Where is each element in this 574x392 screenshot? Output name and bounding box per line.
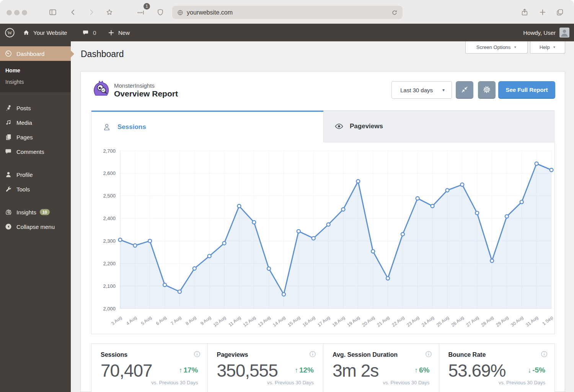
sidebar-item-pages[interactable]: Pages <box>0 130 71 144</box>
svg-text:9 Aug: 9 Aug <box>199 315 212 326</box>
stat-value: 3m 2s <box>333 361 378 381</box>
svg-text:2,700: 2,700 <box>103 148 116 154</box>
stat-title: Pageviews <box>217 351 248 358</box>
admin-bar-site[interactable]: Your Website <box>22 24 67 41</box>
address-bar[interactable]: yourwebsite.com <box>172 6 403 19</box>
date-range-select[interactable]: Last 30 days ▼ <box>391 81 452 99</box>
up-arrow-icon: ↑ <box>414 366 418 374</box>
svg-text:W: W <box>7 30 12 36</box>
svg-text:21 Aug: 21 Aug <box>376 315 390 328</box>
tab-sessions[interactable]: Sessions <box>91 111 323 142</box>
back-icon[interactable] <box>69 8 77 16</box>
sidebar-item-comments[interactable]: Comments <box>0 144 71 159</box>
extensions-icon[interactable] <box>136 8 145 16</box>
sidebar-item-label: Dashboard <box>16 51 44 57</box>
info-icon[interactable] <box>309 351 316 358</box>
admin-bar-new[interactable]: New <box>107 24 130 41</box>
monsterinsights-mascot-icon <box>5 208 12 216</box>
svg-text:15 Aug: 15 Aug <box>287 315 301 328</box>
svg-text:2,200: 2,200 <box>103 261 116 266</box>
sidebar-item-tools[interactable]: Tools <box>0 182 71 196</box>
screen-options-button[interactable]: Screen Options▼ <box>465 41 528 54</box>
reload-icon[interactable] <box>391 9 398 16</box>
wrench-icon <box>5 185 12 193</box>
tab-overview-icon[interactable] <box>556 8 564 16</box>
summary-stats-row: Sessions 70,407 ↑17% vs. Previous 30 Day… <box>91 343 555 392</box>
info-icon[interactable] <box>194 351 201 358</box>
browser-window: 1 yourwebsite.com W Your <box>0 0 574 392</box>
report-title: Overview Report <box>114 89 178 98</box>
share-icon[interactable] <box>520 8 529 16</box>
svg-text:3 Aug: 3 Aug <box>110 315 123 326</box>
stat-delta-value: 6% <box>419 366 429 374</box>
submenu-item-home[interactable]: Home <box>0 65 71 76</box>
svg-text:14 Aug: 14 Aug <box>272 315 286 328</box>
window-zoom-button[interactable] <box>22 10 27 15</box>
wp-admin-bar: W Your Website 0 New Howdy, User <box>0 24 574 41</box>
url-text[interactable]: yourwebsite.com <box>187 9 391 16</box>
howdy-user[interactable]: Howdy, User <box>523 24 556 41</box>
sidebar-item-collapse-menu[interactable]: Collapse menu <box>0 219 71 234</box>
sidebar-item-label: Insights <box>16 209 36 216</box>
svg-text:24 Aug: 24 Aug <box>421 315 435 328</box>
sidebar-item-dashboard[interactable]: Dashboard <box>0 46 71 61</box>
svg-text:4 Aug: 4 Aug <box>125 315 138 326</box>
svg-text:6 Aug: 6 Aug <box>155 315 168 326</box>
svg-text:29 Aug: 29 Aug <box>495 315 509 328</box>
chevron-down-icon: ▼ <box>514 46 517 49</box>
stat-card-pageviews: Pageviews 350,555 ↑12% vs. Previous 30 D… <box>207 344 323 392</box>
svg-text:22 Aug: 22 Aug <box>391 315 405 328</box>
new-tab-icon[interactable] <box>538 8 547 16</box>
svg-text:10 Aug: 10 Aug <box>212 315 227 328</box>
up-arrow-icon: ↑ <box>295 366 298 374</box>
active-menu-arrow <box>71 51 74 57</box>
sidebar-toggle-icon[interactable] <box>49 8 57 16</box>
bookmark-star-icon[interactable] <box>105 8 114 16</box>
stat-delta: ↑17% <box>179 366 198 374</box>
info-icon[interactable] <box>541 351 548 358</box>
svg-text:2,400: 2,400 <box>103 216 116 221</box>
collapse-arrow-icon <box>5 223 12 230</box>
admin-bar-comments[interactable]: 0 <box>82 24 96 41</box>
stat-delta-value: 17% <box>183 366 198 374</box>
svg-text:18 Aug: 18 Aug <box>331 315 346 328</box>
svg-text:12 Aug: 12 Aug <box>242 315 257 328</box>
svg-text:31 Aug: 31 Aug <box>525 315 539 328</box>
window-close-button[interactable] <box>7 10 12 15</box>
forward-icon[interactable] <box>87 8 96 16</box>
stat-value: 53.69% <box>448 361 506 381</box>
tab-label: Sessions <box>117 123 146 131</box>
eye-icon <box>334 122 344 131</box>
stat-card-bounce-rate: Bounce Rate 53.69% ↓-5% vs. Previous 30 … <box>439 344 555 392</box>
settings-button[interactable] <box>478 81 496 99</box>
submenu-item-insights[interactable]: Insights <box>0 76 71 88</box>
stat-compare: vs. Previous 30 Days <box>151 380 198 385</box>
stat-delta-value: 12% <box>299 366 314 374</box>
user-avatar[interactable] <box>559 28 569 38</box>
help-button[interactable]: Help▼ <box>530 41 565 54</box>
sidebar-item-insights[interactable]: Insights 10 <box>0 205 71 219</box>
report-tabs-container: Sessions Pageviews 2,0002,1002,2002,3002… <box>91 110 555 334</box>
stat-delta: ↑12% <box>295 366 314 374</box>
sidebar-item-label: Pages <box>16 134 33 140</box>
wordpress-logo-icon[interactable]: W <box>5 24 15 41</box>
date-range-value: Last 30 days <box>400 87 433 93</box>
sidebar-item-posts[interactable]: Posts <box>0 101 71 115</box>
tab-pageviews[interactable]: Pageviews <box>323 111 555 142</box>
svg-text:28 Aug: 28 Aug <box>480 315 494 328</box>
overview-report-card: MonsterInsights Overview Report Last 30 … <box>80 71 565 392</box>
sidebar-item-media[interactable]: Media <box>0 115 71 130</box>
stat-card-sessions: Sessions 70,407 ↑17% vs. Previous 30 Day… <box>91 344 207 392</box>
stat-compare: vs. Previous 30 Days <box>499 380 545 385</box>
comment-bubble-icon <box>82 29 90 37</box>
sidebar-item-profile[interactable]: Profile <box>0 167 71 182</box>
up-arrow-icon: ↑ <box>179 366 182 374</box>
svg-text:5 Aug: 5 Aug <box>140 315 153 326</box>
collapse-widget-button[interactable] <box>456 81 473 99</box>
info-icon[interactable] <box>425 351 432 358</box>
svg-text:27 Aug: 27 Aug <box>465 315 479 328</box>
svg-text:2,500: 2,500 <box>103 193 116 199</box>
window-minimize-button[interactable] <box>14 10 20 15</box>
privacy-shield-icon[interactable] <box>156 8 165 16</box>
see-full-report-button[interactable]: See Full Report <box>498 81 555 99</box>
